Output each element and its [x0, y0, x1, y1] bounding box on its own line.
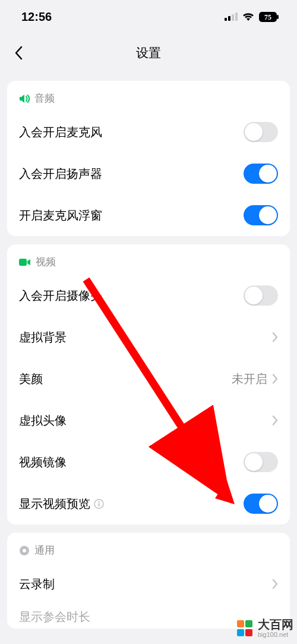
chevron-right-icon — [272, 579, 278, 589]
svg-rect-0 — [225, 18, 227, 21]
row-beauty[interactable]: 美颜 未开启 — [7, 358, 290, 400]
row-label: 显示参会时长 — [19, 609, 90, 625]
watermark: 大百网 big100.net — [233, 616, 297, 640]
toggle-speaker-on-join[interactable] — [244, 164, 278, 184]
row-label: 入会开启扬声器 — [19, 166, 102, 182]
group-header-general: 通用 — [7, 533, 290, 563]
row-label: 开启麦克风浮窗 — [19, 208, 102, 224]
chevron-right-icon — [272, 415, 278, 426]
row-mic-on-join: 入会开启麦克风 — [7, 111, 290, 153]
row-label: 显示视频预览 — [19, 496, 104, 512]
group-header-audio: 音频 — [7, 81, 290, 111]
group-video: 视频 入会开启摄像头 虚拟背景 美颜 未开启 虚拟头像 视频镜像 — [7, 244, 290, 524]
svg-rect-6 — [19, 259, 27, 266]
group-title: 通用 — [34, 544, 55, 557]
row-label: 入会开启摄像头 — [19, 288, 102, 304]
status-bar: 12:56 75 — [0, 0, 297, 33]
row-label-text: 显示视频预览 — [19, 496, 90, 512]
svg-rect-5 — [277, 15, 279, 19]
group-audio: 音频 入会开启麦克风 入会开启扬声器 开启麦克风浮窗 — [7, 81, 290, 236]
row-camera-on-join: 入会开启摄像头 — [7, 275, 290, 316]
status-right: 75 — [225, 12, 279, 22]
info-icon[interactable] — [94, 499, 104, 509]
svg-rect-1 — [228, 16, 230, 21]
svg-point-11 — [23, 549, 26, 552]
row-value: 未开启 — [232, 371, 267, 387]
row-speaker-on-join: 入会开启扬声器 — [7, 153, 290, 194]
toggle-video-mirror[interactable] — [244, 452, 278, 472]
row-video-mirror: 视频镜像 — [7, 441, 290, 483]
speaker-icon — [19, 94, 30, 103]
row-label: 云录制 — [19, 576, 55, 592]
watermark-url: big100.net — [258, 632, 293, 638]
watermark-name: 大百网 — [258, 618, 293, 630]
nav-bar: 设置 — [0, 33, 297, 73]
group-general: 通用 云录制 显示参会时长 — [7, 533, 290, 629]
page-title: 设置 — [0, 45, 297, 61]
chevron-right-icon — [272, 332, 278, 343]
toggle-mic-float[interactable] — [244, 205, 278, 225]
toggle-mic-on-join[interactable] — [244, 122, 278, 142]
cellular-signal-icon — [225, 12, 238, 21]
row-virtual-background[interactable]: 虚拟背景 — [7, 316, 290, 358]
svg-rect-2 — [232, 14, 234, 21]
svg-rect-3 — [235, 12, 238, 21]
row-show-preview: 显示视频预览 — [7, 483, 290, 524]
row-label: 视频镜像 — [19, 454, 67, 470]
group-header-video: 视频 — [7, 244, 290, 275]
row-label: 虚拟头像 — [19, 413, 67, 429]
battery-icon: 75 — [259, 12, 279, 22]
back-button[interactable] — [14, 41, 38, 65]
group-title: 音频 — [34, 92, 55, 105]
battery-percent: 75 — [264, 12, 271, 21]
watermark-logo-icon — [236, 620, 254, 637]
video-camera-icon — [19, 258, 31, 266]
status-time: 12:56 — [21, 10, 52, 24]
svg-point-8 — [98, 501, 99, 502]
row-virtual-avatar[interactable]: 虚拟头像 — [7, 400, 290, 441]
gear-icon — [19, 545, 30, 556]
chevron-right-icon — [272, 373, 278, 384]
toggle-show-preview[interactable] — [244, 494, 278, 514]
group-title: 视频 — [36, 255, 56, 269]
wifi-icon — [242, 12, 255, 21]
row-label: 入会开启麦克风 — [19, 124, 102, 140]
toggle-camera-on-join[interactable] — [244, 285, 278, 306]
row-label: 美颜 — [19, 371, 43, 387]
content: 音频 入会开启麦克风 入会开启扬声器 开启麦克风浮窗 视频 入会开启摄像头 虚拟… — [0, 81, 297, 629]
row-mic-float: 开启麦克风浮窗 — [7, 194, 290, 236]
svg-rect-9 — [99, 503, 100, 507]
row-label: 虚拟背景 — [19, 329, 67, 345]
chevron-left-icon — [14, 46, 23, 60]
row-cloud-record[interactable]: 云录制 — [7, 563, 290, 605]
